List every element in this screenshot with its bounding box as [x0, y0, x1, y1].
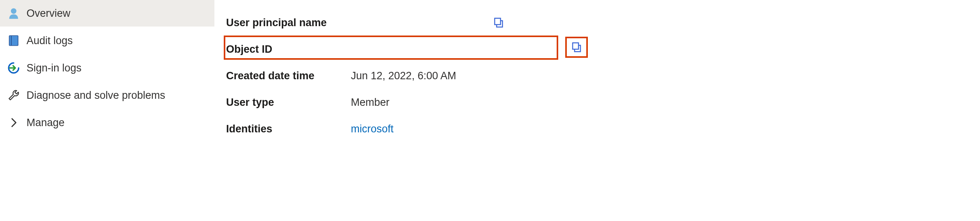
property-value-link[interactable]: microsoft: [351, 123, 394, 135]
svg-rect-6: [573, 43, 578, 49]
svg-point-0: [11, 8, 16, 14]
signin-icon: [7, 61, 20, 75]
property-user-type: User type Member: [226, 89, 980, 116]
book-icon: [7, 34, 20, 47]
chevron-right-icon: [7, 116, 20, 129]
sidebar-item-manage[interactable]: Manage: [0, 109, 214, 136]
property-label: User type: [226, 96, 351, 109]
copy-button[interactable]: [569, 40, 584, 55]
svg-rect-2: [11, 36, 12, 46]
sidebar-item-audit-logs[interactable]: Audit logs: [0, 27, 214, 54]
property-created-date-time: Created date time Jun 12, 2022, 6:00 AM: [226, 62, 980, 89]
copy-button[interactable]: [491, 15, 506, 30]
highlight-copy-box: [565, 37, 588, 58]
property-object-id: Object ID: [226, 36, 980, 62]
svg-rect-4: [495, 18, 501, 25]
property-value: Member: [351, 96, 389, 109]
sidebar-item-label: Diagnose and solve problems: [27, 89, 165, 102]
property-label: Identities: [226, 123, 351, 135]
sidebar-item-label: Overview: [27, 7, 71, 20]
sidebar: Overview Audit logs Sign-in logs: [0, 0, 214, 221]
sidebar-item-label: Sign-in logs: [27, 62, 81, 74]
copy-icon: [493, 17, 504, 29]
property-label: Created date time: [226, 70, 351, 82]
copy-icon: [571, 41, 582, 53]
svg-rect-1: [9, 36, 18, 46]
sidebar-item-label: Audit logs: [27, 35, 73, 47]
sidebar-item-label: Manage: [27, 117, 65, 129]
property-value: Jun 12, 2022, 6:00 AM: [351, 70, 456, 82]
property-user-principal-name: User principal name: [226, 9, 980, 36]
main-content: User principal name Object ID: [214, 0, 980, 221]
wrench-icon: [7, 89, 20, 102]
sidebar-item-signin-logs[interactable]: Sign-in logs: [0, 55, 214, 81]
person-icon: [7, 7, 20, 20]
property-identities: Identities microsoft: [226, 116, 980, 142]
property-label: Object ID: [226, 43, 351, 55]
property-label: User principal name: [226, 17, 351, 29]
sidebar-item-overview[interactable]: Overview: [0, 0, 214, 27]
sidebar-item-diagnose[interactable]: Diagnose and solve problems: [0, 82, 214, 109]
